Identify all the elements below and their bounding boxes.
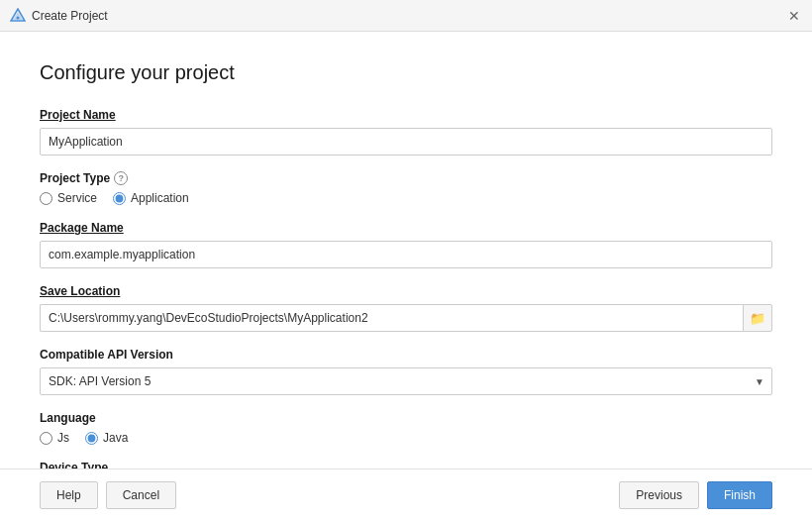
java-label: Java bbox=[103, 431, 128, 445]
language-radio-group: Js Java bbox=[40, 431, 772, 445]
finish-button[interactable]: Finish bbox=[707, 481, 772, 509]
application-radio[interactable] bbox=[113, 192, 126, 205]
language-label: Language bbox=[40, 411, 772, 425]
package-name-group: Package Name bbox=[40, 221, 772, 268]
java-radio[interactable] bbox=[85, 432, 98, 445]
help-button[interactable]: Help bbox=[40, 481, 98, 509]
package-name-input[interactable] bbox=[40, 241, 772, 268]
save-location-label: Save Location bbox=[40, 284, 772, 298]
device-type-label: Device Type bbox=[40, 461, 772, 469]
project-type-application-option[interactable]: Application bbox=[113, 191, 189, 205]
js-label: Js bbox=[57, 431, 69, 445]
save-location-input[interactable] bbox=[40, 304, 743, 332]
footer-left-buttons: Help Cancel bbox=[40, 481, 176, 509]
browse-folder-button[interactable]: 📁 bbox=[743, 304, 772, 332]
cancel-button[interactable]: Cancel bbox=[106, 481, 176, 509]
project-type-service-option[interactable]: Service bbox=[40, 191, 97, 205]
dialog-title: Create Project bbox=[32, 9, 108, 23]
project-type-help-icon[interactable]: ? bbox=[114, 171, 128, 185]
language-group: Language Js Java bbox=[40, 411, 772, 445]
project-name-label: Project Name bbox=[40, 108, 772, 122]
api-version-select-wrapper: SDK: API Version 5 ▼ bbox=[40, 367, 772, 395]
page-title: Configure your project bbox=[40, 61, 772, 84]
project-name-group: Project Name bbox=[40, 108, 772, 156]
language-js-option[interactable]: Js bbox=[40, 431, 69, 445]
application-label: Application bbox=[131, 191, 189, 205]
package-name-label: Package Name bbox=[40, 221, 772, 235]
create-project-dialog: Create Project ✕ Configure your project … bbox=[0, 0, 812, 521]
api-version-group: Compatible API Version SDK: API Version … bbox=[40, 348, 772, 395]
previous-button[interactable]: Previous bbox=[619, 481, 699, 509]
folder-icon: 📁 bbox=[750, 311, 765, 326]
device-type-group: Device Type Phone Tablet TV Wearable bbox=[40, 461, 772, 469]
close-button[interactable]: ✕ bbox=[786, 8, 802, 24]
title-bar: Create Project ✕ bbox=[0, 0, 812, 32]
svg-point-2 bbox=[17, 16, 20, 19]
footer: Help Cancel Previous Finish bbox=[0, 469, 812, 521]
service-label: Service bbox=[57, 191, 97, 205]
js-radio[interactable] bbox=[40, 432, 52, 445]
title-bar-left: Create Project bbox=[10, 8, 108, 24]
service-radio[interactable] bbox=[40, 192, 52, 205]
footer-right-buttons: Previous Finish bbox=[619, 481, 772, 509]
project-type-radio-group: Service Application bbox=[40, 191, 772, 205]
language-java-option[interactable]: Java bbox=[85, 431, 128, 445]
api-version-select[interactable]: SDK: API Version 5 bbox=[40, 367, 772, 395]
app-icon bbox=[10, 8, 26, 24]
form-content: Configure your project Project Name Proj… bbox=[0, 32, 812, 469]
save-location-input-row: 📁 bbox=[40, 304, 772, 332]
save-location-group: Save Location 📁 bbox=[40, 284, 772, 332]
project-type-label: Project Type ? bbox=[40, 171, 772, 185]
project-name-input[interactable] bbox=[40, 128, 772, 156]
project-type-group: Project Type ? Service Application bbox=[40, 171, 772, 205]
api-version-label: Compatible API Version bbox=[40, 348, 772, 362]
